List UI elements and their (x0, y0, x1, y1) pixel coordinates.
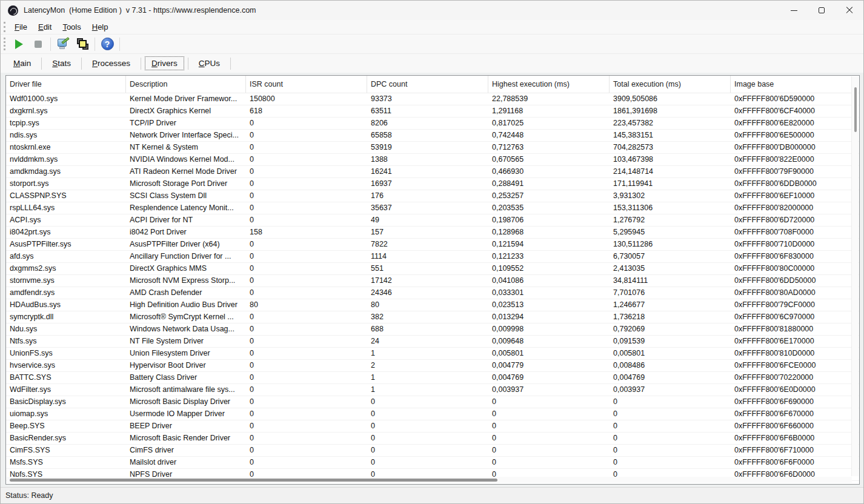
horizontal-scrollbar-thumb[interactable] (10, 479, 497, 482)
table-cell: 0xFFFFF800'6F660000 (731, 420, 859, 432)
tab-cpus[interactable]: CPUs (192, 56, 227, 70)
toolbar-grip[interactable] (4, 38, 5, 51)
table-cell: 0xFFFFF800'79F90000 (731, 166, 859, 177)
table-row[interactable]: BasicRender.sysMicrosoft Basic Render Dr… (6, 433, 859, 445)
table-cell: i8042 Port Driver (126, 227, 246, 238)
table-cell: 17142 (367, 275, 488, 287)
table-cell: 0,013294 (488, 311, 610, 323)
column-header[interactable]: Description (126, 76, 246, 93)
table-row[interactable]: i8042prt.sysi8042 Port Driver1581570,128… (6, 227, 859, 239)
vertical-scrollbar[interactable] (851, 76, 859, 476)
menu-item-edit[interactable]: Edit (33, 21, 57, 33)
table-cell: 16937 (367, 178, 488, 190)
table-cell: ntoskrnl.exe (6, 142, 126, 153)
table-cell: 0,203535 (488, 202, 610, 214)
table-cell: 0 (246, 190, 367, 202)
table-row[interactable]: WdFilter.sysMicrosoft antimalware file s… (6, 384, 859, 396)
column-header[interactable]: Total execution (ms) (610, 76, 731, 93)
table-row[interactable]: dxgkrnl.sysDirectX Graphics Kernel618635… (6, 105, 859, 118)
menu-item-tools[interactable]: Tools (57, 21, 86, 33)
table-cell: 0,121233 (488, 251, 610, 262)
tab-stats[interactable]: Stats (45, 56, 78, 70)
table-row[interactable]: BasicDisplay.sysMicrosoft Basic Display … (6, 396, 859, 408)
table-cell: 0,817025 (488, 118, 610, 129)
table-cell: 0xFFFFF800'6E820000 (731, 118, 859, 129)
table-row[interactable]: rspLLL64.sysResplendence Latency Monit..… (6, 202, 859, 214)
table-cell: 22,788539 (488, 93, 610, 105)
table-cell: 688 (367, 323, 488, 335)
table-cell: amdkmdag.sys (6, 166, 126, 177)
table-row[interactable]: ACPI.sysACPI Driver for NT0490,1987061,2… (6, 214, 859, 227)
table-row[interactable]: tcpip.sysTCP/IP Driver082060,817025223,4… (6, 118, 859, 130)
table-row[interactable]: stornvme.sysMicrosoft NVM Express Storp.… (6, 275, 859, 287)
table-cell: 0xFFFFF800'6F830000 (731, 251, 859, 262)
table-cell: 0 (246, 287, 367, 299)
table-row[interactable]: amdfendr.sysAMD Crash Defender0243460,03… (6, 287, 859, 299)
table-row[interactable]: CimFS.SYSCimFS driver00000xFFFFF800'6F71… (6, 445, 859, 457)
tab-separator (41, 58, 42, 70)
table-row[interactable]: afd.sysAncillary Function Driver for ...… (6, 251, 859, 263)
help-icon: ? (101, 38, 114, 50)
table-cell: WdFilter.sys (6, 384, 126, 396)
table-row[interactable]: Msfs.SYSMailslot driver00000xFFFFF800'6F… (6, 457, 859, 469)
table-cell: hvservice.sys (6, 360, 126, 371)
table-cell: 0 (246, 420, 367, 432)
menu-item-help[interactable]: Help (87, 21, 114, 33)
table-row[interactable]: HDAudBus.sysHigh Definition Audio Bus Dr… (6, 299, 859, 311)
table-row[interactable]: storport.sysMicrosoft Storage Port Drive… (6, 178, 859, 190)
table-row[interactable]: amdkmdag.sysATI Radeon Kernel Mode Drive… (6, 166, 859, 178)
horizontal-scrollbar[interactable] (7, 477, 852, 483)
table-cell: 0,712763 (488, 142, 610, 153)
table-cell: Ntfs.sys (6, 336, 126, 347)
help-button[interactable]: ? (98, 36, 116, 52)
tab-processes[interactable]: Processes (85, 56, 137, 70)
table-row[interactable]: ntoskrnl.exeNT Kernel & System0539190,71… (6, 142, 859, 154)
table-row[interactable]: Wdf01000.sysKernel Mode Driver Framewor.… (6, 93, 859, 105)
stop-monitor-button[interactable] (29, 36, 47, 52)
table-cell: 0 (488, 445, 610, 456)
menubar-grip[interactable] (4, 22, 5, 31)
table-cell: 0 (246, 311, 367, 323)
column-header[interactable]: Highest execution (ms) (488, 76, 610, 93)
table-cell: Msfs.SYS (6, 457, 126, 468)
toolbar-separator (119, 38, 120, 51)
maximize-button[interactable] (808, 1, 836, 20)
table-cell: afd.sys (6, 251, 126, 262)
table-row[interactable]: BATTC.SYSBattery Class Driver010,0047690… (6, 372, 859, 384)
start-monitor-button[interactable] (10, 36, 28, 52)
tab-main[interactable]: Main (7, 56, 38, 70)
minimize-button[interactable] (780, 1, 808, 20)
table-row[interactable]: symcryptk.dllMicrosoft® SymCrypt Kernel … (6, 311, 859, 323)
table-cell: Ancillary Function Driver for ... (126, 251, 246, 262)
column-header[interactable]: Image base (731, 76, 859, 93)
options-button[interactable] (54, 36, 72, 52)
table-row[interactable]: CLASSPNP.SYSSCSI Class System Dll01760,2… (6, 190, 859, 202)
table-row[interactable]: uiomap.sysUsermode IO Mapper Driver00000… (6, 408, 859, 420)
report-button[interactable] (73, 36, 91, 52)
table-cell: Microsoft NVM Express Storp... (126, 275, 246, 287)
table-row[interactable]: hvservice.sysHypervisor Boot Driver020,0… (6, 360, 859, 372)
table-cell: 171,119941 (610, 178, 731, 190)
table-row[interactable]: nvlddmkm.sysNVIDIA Windows Kernel Mod...… (6, 154, 859, 166)
close-button[interactable] (836, 1, 863, 20)
table-row[interactable]: AsusPTPFilter.sysAsusPTPFilter Driver (x… (6, 239, 859, 251)
table-cell: 0,004769 (488, 372, 610, 383)
table-row[interactable]: Ndu.sysWindows Network Data Usag...06880… (6, 323, 859, 336)
table-row[interactable]: ndis.sysNetwork Driver Interface Speci..… (6, 130, 859, 142)
table-row[interactable]: Ntfs.sysNT File System Driver0240,009648… (6, 336, 859, 348)
table-cell: 0,009998 (488, 323, 610, 335)
vertical-scrollbar-thumb[interactable] (854, 87, 857, 132)
table-row[interactable]: UnionFS.sysUnion Filesystem Driver010,00… (6, 348, 859, 360)
table-cell: Union Filesystem Driver (126, 348, 246, 359)
table-row[interactable]: Beep.SYSBEEP Driver00000xFFFFF800'6F6600… (6, 420, 859, 433)
column-header[interactable]: ISR count (246, 76, 367, 93)
column-header[interactable]: DPC count (367, 76, 488, 93)
table-cell: 551 (367, 263, 488, 274)
table-cell: 0 (246, 445, 367, 456)
table-cell: 0 (246, 275, 367, 287)
column-header[interactable]: Driver file (6, 76, 126, 93)
tab-drivers[interactable]: Drivers (145, 56, 184, 70)
table-cell: 0xFFFFF800'80C00000 (731, 263, 859, 274)
menu-item-file[interactable]: File (9, 21, 33, 33)
table-row[interactable]: dxgmms2.sysDirectX Graphics MMS05510,109… (6, 263, 859, 275)
